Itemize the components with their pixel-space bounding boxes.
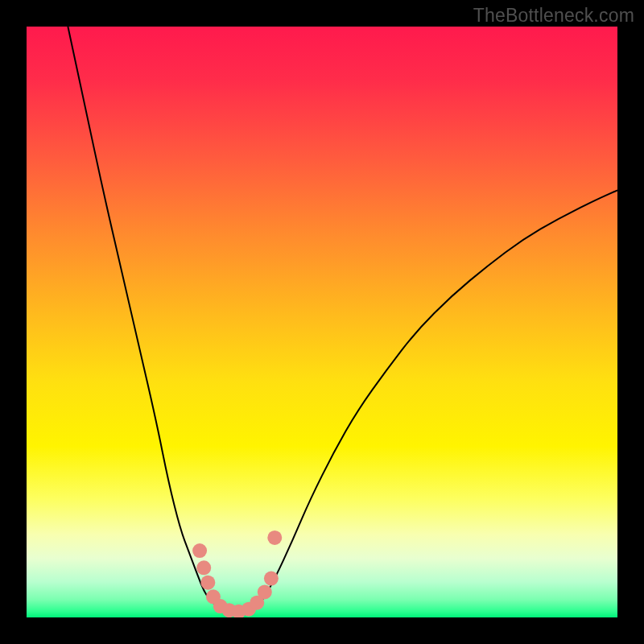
chart-frame: TheBottleneck.com <box>0 0 644 644</box>
plot-area <box>27 27 617 617</box>
highlight-markers <box>192 530 282 617</box>
marker-dot <box>192 543 207 558</box>
marker-dot <box>267 530 282 545</box>
watermark-text: TheBottleneck.com <box>473 5 634 27</box>
marker-dot <box>196 560 211 575</box>
curve-path <box>68 27 617 612</box>
curve-layer <box>27 27 617 617</box>
marker-dot <box>258 584 272 599</box>
marker-dot <box>200 576 215 590</box>
bottleneck-curve <box>68 27 617 612</box>
marker-dot <box>264 572 279 586</box>
